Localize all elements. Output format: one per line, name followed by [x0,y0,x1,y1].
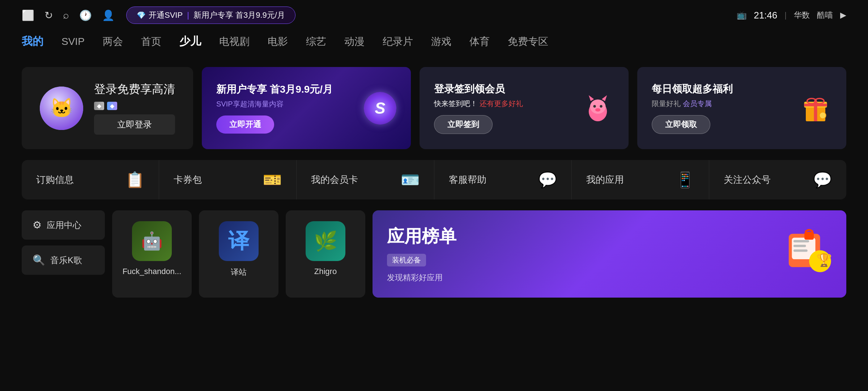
android-label: Fuck_shandon... [123,267,182,276]
sign-cat-icon [582,92,614,125]
svip-s-logo: S [364,92,396,125]
top-bar-right: 📺 21:46 | 华数 酷喵 ▶ [737,10,846,21]
menu-item-order[interactable]: 订购信息 📋 [22,160,159,199]
promo-sign-sub: 快来签到吧！ 还有更多好礼 [434,99,576,109]
zhigro-label: Zhigro [314,267,337,276]
svg-rect-17 [793,245,806,247]
nav-item-svip[interactable]: SVIP [61,36,85,47]
main-nav: 我的 SVIP 两会 首页 少儿 电视剧 电影 综艺 动漫 纪录片 游戏 体育 … [0,30,868,56]
banner-icon: 🏆 [785,226,832,282]
avatar: 🐱 [40,87,83,130]
brand-2: 酷喵 [817,10,833,21]
user-section: 🐱 登录免费享高清 ◆ ◆ 立即登录 新用户专享 首3月9.9元/月 SVIP享… [22,67,846,149]
promo-daily-sub1: 限量好礼 [652,100,681,108]
brand-1: 华数 [794,10,810,21]
app-card-translate[interactable]: 译 译站 [199,210,278,298]
svg-rect-10 [804,104,827,106]
promo-card-svip: 新用户专享 首3月9.9元/月 SVIP享超清海量内容 立即开通 S [202,67,411,149]
nav-item-children[interactable]: 少儿 [179,34,201,49]
music-karaoke-btn[interactable]: 🔍 音乐K歌 [22,245,105,275]
user-title: 登录免费享高清 [94,81,175,97]
svg-point-4 [593,105,596,108]
refresh-icon[interactable]: ↻ [44,9,53,21]
promo-daily-btn[interactable]: 立即领取 [652,115,710,134]
menu-item-support[interactable]: 客服帮助 💬 [434,160,572,199]
nav-item-sports[interactable]: 体育 [469,35,490,49]
svg-marker-2 [589,95,594,101]
music-icon: 🔍 [33,254,45,266]
nav-item-home[interactable]: 首页 [141,35,161,49]
translate-label: 译站 [231,267,247,278]
zhigro-icon: 🌿 [306,221,345,261]
svg-rect-16 [793,240,809,243]
app-center-label: 应用中心 [47,219,81,231]
menu-myapps-label: 我的应用 [586,173,624,186]
nav-item-free[interactable]: 免费专区 [508,35,548,49]
main-content: 🐱 登录免费享高清 ◆ ◆ 立即登录 新用户专享 首3月9.9元/月 SVIP享… [0,56,868,308]
promo-daily-content: 每日领取超多福利 限量好礼 会员专属 立即领取 [652,82,793,134]
banner-content: 应用榜单 装机必备 发现精彩好应用 [387,225,774,283]
svip-promo: 新用户专享 首3月9.9元/月 [193,10,285,21]
menu-support-label: 客服帮助 [449,173,486,186]
user-badges: ◆ ◆ [94,102,175,110]
svg-point-1 [590,99,605,114]
nav-item-games[interactable]: 游戏 [431,35,451,49]
svg-point-5 [600,105,602,108]
search-icon[interactable]: ⌕ [63,9,69,21]
nav-item-congress[interactable]: 两会 [103,35,123,49]
promo-card-daily: 每日领取超多福利 限量好礼 会员专属 立即领取 [637,67,846,149]
profile-icon[interactable]: 👤 [102,9,115,21]
nav-item-movie[interactable]: 电影 [268,35,288,49]
promo-svip-content: 新用户专享 首3月9.9元/月 SVIP享超清海量内容 立即开通 [216,83,358,134]
menu-membership-label: 我的会员卡 [311,173,358,186]
svg-marker-3 [602,95,607,101]
app-card-zhigro[interactable]: 🌿 Zhigro [286,210,365,298]
promo-svip-btn[interactable]: 立即开通 [216,115,274,134]
menu-item-wechat[interactable]: 关注公众号 💬 [709,160,846,199]
banner-title: 应用榜单 [387,225,774,248]
android-icon: 🤖 [132,221,172,261]
menu-item-coupon[interactable]: 卡券包 🎫 [159,160,297,199]
app-banner[interactable]: 应用榜单 装机必备 发现精彩好应用 🏆 [373,210,846,298]
promo-sign-content: 登录签到领会员 快来签到吧！ 还有更多好礼 立即签到 [434,82,576,134]
history-icon[interactable]: 🕐 [79,9,92,21]
menu-coupon-icon: 🎫 [263,171,282,189]
svg-text:🏆: 🏆 [816,252,832,268]
user-card: 🐱 登录免费享高清 ◆ ◆ 立即登录 [22,67,193,149]
nav-item-anime[interactable]: 动漫 [344,35,365,49]
separator: | [784,10,787,20]
promo-svip-title: 新用户专享 首3月9.9元/月 [216,83,358,96]
svip-icon: 💎 [137,11,146,20]
banner-tags: 装机必备 [387,254,774,269]
promo-sign-btn[interactable]: 立即签到 [434,115,493,134]
menu-wechat-label: 关注公众号 [724,173,771,186]
badge-diamond: ◆ [107,102,117,110]
promo-daily-sub2: 会员专属 [683,100,712,108]
menu-grid: 订购信息 📋 卡券包 🎫 我的会员卡 🪪 客服帮助 💬 我的应用 📱 关注公众号… [22,160,846,199]
app-center-icon: ⚙ [33,219,42,231]
app-grid: ⚙ 应用中心 🔍 音乐K歌 🤖 Fuck_shandon... 译 译站 [22,210,846,298]
clock: 21:46 [754,10,777,21]
svip-label: 开通SVIP [149,10,183,21]
menu-membership-icon: 🪪 [401,171,420,189]
message-icon[interactable]: ⬜ [22,9,34,21]
badge-silver: ◆ [94,102,104,110]
nav-item-variety[interactable]: 综艺 [306,35,326,49]
menu-myapps-icon: 📱 [676,171,694,189]
top-bar: ⬜ ↻ ⌕ 🕐 👤 💎 开通SVIP | 新用户专享 首3月9.9元/月 📺 2… [0,0,868,30]
app-card-android[interactable]: 🤖 Fuck_shandon... [112,210,192,298]
nav-item-mine[interactable]: 我的 [22,34,43,49]
app-sidebar: ⚙ 应用中心 🔍 音乐K歌 [22,210,105,298]
screen-icon: 📺 [737,10,746,20]
nav-item-tv[interactable]: 电视剧 [219,35,250,49]
menu-item-membership[interactable]: 我的会员卡 🪪 [297,160,434,199]
promo-sign-title: 登录签到领会员 [434,82,576,96]
menu-item-myapps[interactable]: 我的应用 📱 [572,160,709,199]
menu-wechat-icon: 💬 [813,171,832,189]
gift-icon [799,92,832,125]
login-button[interactable]: 立即登录 [94,114,175,135]
nav-item-documentary[interactable]: 纪录片 [383,35,413,49]
promo-sign-sub1: 快来签到吧！ [434,100,477,108]
svip-button[interactable]: 💎 开通SVIP | 新用户专享 首3月9.9元/月 [126,7,295,24]
app-center-btn[interactable]: ⚙ 应用中心 [22,210,105,240]
